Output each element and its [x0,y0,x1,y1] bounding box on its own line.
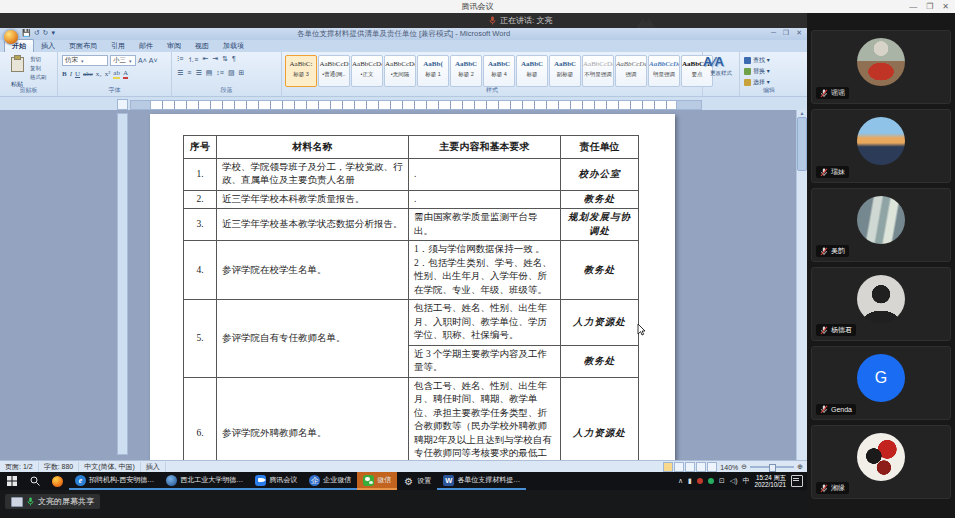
close-button[interactable]: ✕ [942,2,949,11]
participant-tile[interactable]: GGenda [811,346,951,420]
participant-tile[interactable]: 杨德君 [811,267,951,341]
vertical-ruler[interactable] [117,113,128,455]
taskbar-item-tm[interactable]: 腾讯会议 [249,472,303,490]
insert-mode-indicator[interactable]: 插入 [141,462,166,472]
shrink-font-icon[interactable]: A˅ [149,57,158,64]
word-count[interactable]: 字数: 880 [39,462,80,472]
increase-indent-icon[interactable]: ⇥ [212,55,218,65]
pilcrow-icon[interactable]: ¶ [232,55,236,65]
word-minimize-button[interactable]: ─ [771,29,776,37]
align-left-icon[interactable]: ☰ [177,69,183,77]
line-spacing-icon[interactable]: ↕≡ [216,69,224,77]
bold-button[interactable]: B [62,70,67,78]
zoom-slider[interactable] [750,466,794,468]
taskbar-item-gear[interactable]: ⚙设置 [397,472,437,490]
strikethrough-button[interactable]: abc [83,70,93,78]
font-size-select[interactable]: 小三▾ [110,55,136,66]
scroll-up-icon[interactable]: ▲ [800,110,805,116]
save-icon[interactable]: 💾 [22,29,31,37]
ribbon-tab-页面布局[interactable]: 页面布局 [62,40,104,52]
format-painter-button[interactable]: 格式刷 [30,74,47,81]
page-indicator[interactable]: 页面: 1/2 [0,462,39,472]
zoom-in-icon[interactable]: ⊕ [797,463,803,471]
shading-icon[interactable]: ▨ [228,69,235,77]
office-button[interactable] [3,29,19,45]
copy-button[interactable]: 复制 [30,65,47,72]
zoom-level[interactable]: 140% [720,464,738,471]
maximize-button[interactable]: ❐ [926,2,933,11]
taskbar-item-word[interactable]: W各单位支撑材料提… [437,472,526,490]
font-name-select[interactable]: 仿宋▾ [62,55,108,66]
taskbar-item-wecom[interactable]: 企企业微信 [303,472,357,490]
subscript-button[interactable]: x₂ [96,70,102,78]
redo-icon[interactable]: ↻ [43,29,49,37]
change-styles-button[interactable]: 更改样式 [703,70,739,77]
style-chip[interactable]: AaBbC标题 [516,55,548,87]
sort-icon[interactable]: ⇅ [222,55,228,65]
style-chip[interactable]: AaBbC:标题 3 [285,55,317,87]
display-icon[interactable]: ⊡ [719,477,725,485]
underline-button[interactable]: U [75,70,80,78]
italic-button[interactable]: I [70,70,72,78]
qat-dropdown-icon[interactable]: ▾ [51,29,55,37]
style-chip[interactable]: AaBbCcDd•正文 [351,55,383,87]
document-page[interactable]: 序号材料名称主要内容和基本要求责任单位1.学校、学院领导班子及分工，学校党政、行… [150,114,675,460]
style-chip[interactable]: AaBbCcDd不明显强调 [582,55,614,87]
notification-icon[interactable] [791,475,803,487]
tray-green-icon[interactable] [708,478,714,484]
participant-tile[interactable]: 瑞妹 [811,109,951,183]
justify-icon[interactable]: ▤ [206,69,213,77]
ribbon-tab-审阅[interactable]: 审阅 [160,40,188,52]
participant-tile[interactable]: 谣谣 [811,30,951,104]
paste-button[interactable]: 粘贴 [5,55,29,87]
taskbar-item-firefox[interactable] [46,472,69,490]
ime-indicator[interactable]: 中 [742,476,749,486]
minimize-button[interactable]: — [909,2,917,11]
taskbar-item-wechat[interactable]: 微信 [357,472,397,490]
view-mode-buttons[interactable] [663,462,717,472]
taskbar-item-appblue[interactable]: 西北工业大学明德… [160,472,249,490]
ribbon-tab-引用[interactable]: 引用 [104,40,132,52]
numbering-icon[interactable]: ⒈≡ [187,55,198,65]
volume-icon[interactable]: ◁) [730,477,738,485]
style-chip[interactable]: AaBbCcDd明显强调 [648,55,680,87]
ribbon-tab-加载项[interactable]: 加载项 [216,40,251,52]
participant-tile[interactable]: 湘缘 [811,425,951,499]
participant-tile[interactable]: 吴韵 [811,188,951,262]
vertical-scrollbar[interactable]: ▲ [796,110,807,460]
scrollbar-thumb[interactable] [797,117,807,171]
tray-red-icon[interactable] [697,478,703,484]
editing-替换-button[interactable]: 替换 ▾ [744,67,770,76]
horizontal-ruler[interactable] [0,96,807,111]
style-chip[interactable]: AaBbC副标题 [549,55,581,87]
word-restore-button[interactable]: ❐ [783,29,789,37]
superscript-button[interactable]: x² [105,70,111,78]
cut-button[interactable]: 剪切 [30,56,47,63]
highlight-color-button[interactable]: ab [113,69,120,79]
ribbon-tab-视图[interactable]: 视图 [188,40,216,52]
style-chip[interactable]: AaBbCcDd强调 [615,55,647,87]
language-indicator[interactable]: 中文(简体, 中国) [79,462,141,472]
style-chip[interactable]: AaBbC标题 2 [450,55,482,87]
undo-icon[interactable]: ↺ [34,29,40,37]
tab-selector[interactable] [117,99,128,110]
zoom-out-icon[interactable]: ⊖ [741,463,747,471]
style-chip[interactable]: AaBb(标题 1 [417,55,449,87]
ribbon-tab-插入[interactable]: 插入 [34,40,62,52]
taskbar-item-start[interactable] [0,472,23,490]
taskbar-item-ie[interactable]: e招聘机构-西安明德… [69,472,160,490]
style-chip[interactable]: AaBbCcDd•无间隔 [384,55,416,87]
font-color-button[interactable]: A [123,69,128,79]
decrease-indent-icon[interactable]: ⇤ [202,55,208,65]
style-chip[interactable]: AaBbCcD•普通(网.. [318,55,350,87]
ribbon-tab-邮件[interactable]: 邮件 [132,40,160,52]
borders-icon[interactable]: ⊞ [239,69,245,77]
align-right-icon[interactable]: ☰ [195,69,201,77]
clock[interactable]: 15:24 周五2022/10/21 [754,474,786,488]
editing-查找-button[interactable]: 查找 ▾ [744,56,770,65]
grow-font-icon[interactable]: A˄ [138,57,147,64]
tray-expand-icon[interactable]: ∧ [678,477,683,485]
taskbar-item-search[interactable] [23,472,46,490]
battery-icon[interactable]: ▮ [688,477,692,485]
align-center-icon[interactable]: ≡ [187,69,191,77]
